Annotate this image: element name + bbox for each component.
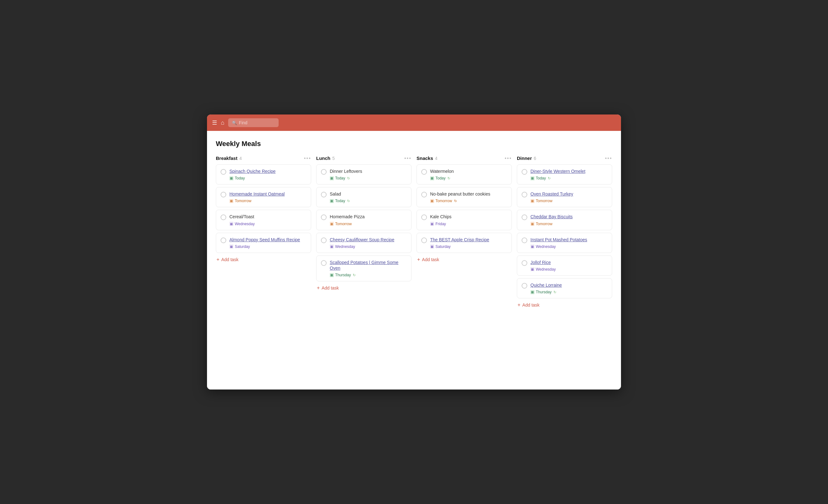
task-date-icon-l3: ▦	[330, 222, 334, 226]
task-checkbox-l4[interactable]	[321, 237, 327, 243]
column-title-text: Snacks	[417, 155, 433, 161]
task-date-text-l1: Today	[335, 176, 345, 180]
column-title-snacks: Snacks4	[417, 155, 437, 161]
task-title-b1[interactable]: Spinach Quiche Recipe	[230, 169, 306, 174]
task-body-l4: Cheesy Cauliflower Soup Recipe▦Wednesday	[330, 237, 407, 249]
task-title-b2[interactable]: Homemade Instant Oatmeal	[230, 191, 306, 197]
task-title-l4[interactable]: Cheesy Cauliflower Soup Recipe	[330, 237, 407, 242]
task-title-d1[interactable]: Diner-Style Western Omelet	[530, 169, 608, 174]
task-checkbox-d4[interactable]	[522, 237, 527, 243]
task-title-d3[interactable]: Cheddar Bay Biscuits	[530, 214, 608, 220]
task-date-l1: ▦Today↻	[330, 176, 407, 180]
task-card-s4: The BEST Apple Crisp Recipe▦Saturday	[417, 233, 512, 253]
task-checkbox-b1[interactable]	[220, 169, 226, 175]
task-checkbox-d1[interactable]	[522, 169, 527, 175]
task-card-d2: Oven Roasted Turkey▦Tomorrow	[517, 187, 612, 207]
home-icon[interactable]: ⌂	[221, 120, 224, 126]
task-date-icon-d6: ▦	[530, 290, 535, 294]
task-checkbox-s4[interactable]	[421, 237, 427, 243]
task-checkbox-l5[interactable]	[321, 260, 327, 266]
task-title-l1: Dinner Leftovers	[330, 169, 407, 174]
task-title-d5[interactable]: Jollof Rice	[530, 260, 608, 265]
column-count: 5	[332, 156, 335, 161]
task-card-b3: Cereal/Toast▦Wednesday	[216, 210, 311, 230]
task-date-text-l5: Thursday	[335, 273, 351, 277]
column-title-lunch: Lunch5	[316, 155, 335, 161]
task-card-s2: No-bake peanut butter cookies▦Tomorrow↻	[417, 187, 512, 207]
task-card-b1: Spinach Quiche Recipe▦Today	[216, 164, 311, 184]
app-window: ☰ ⌂ 🔍 Weekly Meals Breakfast4•••Spinach …	[207, 114, 621, 390]
task-body-l2: Salad▦Today↻	[330, 191, 407, 203]
column-snacks: Snacks4•••Watermelon▦Today↻No-bake peanu…	[417, 155, 512, 264]
task-checkbox-s3[interactable]	[421, 215, 427, 220]
task-recur-icon-l2: ↻	[347, 199, 350, 203]
task-date-b4: ▦Saturday	[230, 244, 306, 249]
task-date-d3: ▦Tomorrow	[530, 222, 608, 226]
task-date-icon-d1: ▦	[530, 176, 535, 180]
task-checkbox-b2[interactable]	[220, 192, 226, 197]
task-date-icon-d3: ▦	[530, 222, 535, 226]
task-date-l3: ▦Tomorrow	[330, 222, 407, 226]
task-date-text-d6: Thursday	[536, 290, 551, 294]
menu-icon[interactable]: ☰	[212, 119, 217, 126]
task-date-icon-l4: ▦	[330, 244, 334, 248]
column-menu-lunch[interactable]: •••	[404, 155, 411, 161]
task-date-icon-l1: ▦	[330, 176, 334, 180]
task-checkbox-s2[interactable]	[421, 192, 427, 197]
search-input[interactable]	[239, 120, 275, 125]
task-date-icon-b3: ▦	[230, 222, 234, 226]
task-date-l2: ▦Today↻	[330, 199, 407, 203]
add-task-dinner[interactable]: +Add task	[517, 301, 612, 309]
task-checkbox-d5[interactable]	[522, 260, 527, 266]
task-checkbox-b4[interactable]	[220, 237, 226, 243]
add-task-plus-icon: +	[518, 302, 520, 308]
column-count: 4	[239, 156, 242, 161]
main-content: Weekly Meals Breakfast4•••Spinach Quiche…	[207, 131, 621, 390]
task-checkbox-l3[interactable]	[321, 215, 327, 220]
task-title-s4[interactable]: The BEST Apple Crisp Recipe	[430, 237, 507, 242]
task-checkbox-d6[interactable]	[522, 283, 527, 288]
task-date-icon-s2: ▦	[430, 199, 434, 203]
task-checkbox-l1[interactable]	[321, 169, 327, 175]
task-card-d5: Jollof Rice▦Wednesday	[517, 256, 612, 276]
add-task-lunch[interactable]: +Add task	[316, 284, 411, 292]
task-body-b4: Almond Poppy Seed Muffins Recipe▦Saturda…	[230, 237, 306, 249]
search-bar[interactable]: 🔍	[228, 118, 279, 127]
task-title-d4[interactable]: Instant Pot Mashed Potatoes	[530, 237, 608, 242]
task-title-b4[interactable]: Almond Poppy Seed Muffins Recipe	[230, 237, 306, 242]
task-recur-icon-s1: ↻	[448, 176, 450, 180]
column-menu-dinner[interactable]: •••	[605, 155, 612, 161]
task-body-s3: Kale Chips▦Friday	[430, 214, 507, 226]
column-title-breakfast: Breakfast4	[216, 155, 242, 161]
task-checkbox-d3[interactable]	[522, 215, 527, 220]
column-header-lunch: Lunch5•••	[316, 155, 411, 161]
column-menu-snacks[interactable]: •••	[505, 155, 512, 161]
task-title-l5[interactable]: Scalloped Potatoes | Gimme Some Oven	[330, 260, 407, 271]
task-body-s2: No-bake peanut butter cookies▦Tomorrow↻	[430, 191, 507, 203]
task-checkbox-b3[interactable]	[220, 215, 226, 220]
task-title-d2[interactable]: Oven Roasted Turkey	[530, 191, 608, 197]
task-title-d6[interactable]: Quiche Lorraine	[530, 282, 608, 288]
task-checkbox-l2[interactable]	[321, 192, 327, 197]
task-date-s1: ▦Today↻	[430, 176, 507, 180]
add-task-snacks[interactable]: +Add task	[417, 256, 512, 264]
task-body-d2: Oven Roasted Turkey▦Tomorrow	[530, 191, 608, 203]
task-date-icon-s4: ▦	[430, 244, 434, 248]
task-date-icon-b2: ▦	[230, 199, 234, 203]
task-card-d3: Cheddar Bay Biscuits▦Tomorrow	[517, 210, 612, 230]
task-card-l2: Salad▦Today↻	[316, 187, 411, 207]
task-date-text-d3: Tomorrow	[536, 222, 552, 226]
task-date-text-d4: Wednesday	[536, 244, 556, 249]
task-checkbox-s1[interactable]	[421, 169, 427, 175]
task-date-b3: ▦Wednesday	[230, 222, 306, 226]
task-body-b3: Cereal/Toast▦Wednesday	[230, 214, 306, 226]
column-count: 6	[534, 156, 536, 161]
add-task-breakfast[interactable]: +Add task	[216, 256, 311, 264]
task-date-icon-l5: ▦	[330, 273, 334, 277]
column-menu-breakfast[interactable]: •••	[304, 155, 311, 161]
task-checkbox-d2[interactable]	[522, 192, 527, 197]
task-body-d4: Instant Pot Mashed Potatoes▦Wednesday	[530, 237, 608, 249]
search-icon: 🔍	[232, 121, 237, 125]
task-body-b1: Spinach Quiche Recipe▦Today	[230, 169, 306, 180]
page-title: Weekly Meals	[216, 140, 612, 148]
